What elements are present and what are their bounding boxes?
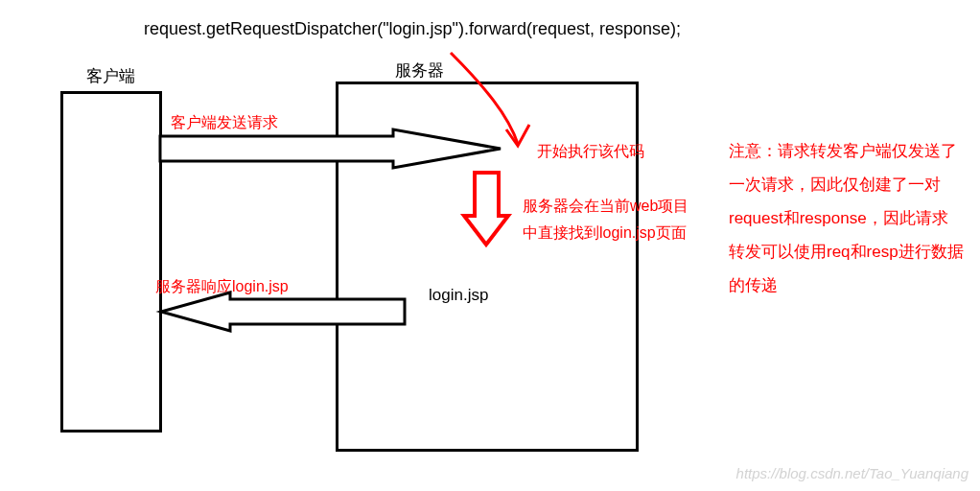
annotation-response: 服务器响应login.jsp [155,277,289,297]
annotation-find-line1: 服务器会在当前web项目 [523,197,688,217]
server-label: 服务器 [395,59,444,82]
code-line: request.getRequestDispatcher("login.jsp"… [144,19,681,39]
annotation-start-exec: 开始执行该代码 [537,142,644,162]
annotation-find-line2: 中直接找到login.jsp页面 [523,223,687,244]
annotation-request-sent: 客户端发送请求 [171,113,278,133]
note-text: 注意：请求转发客户端仅发送了一次请求，因此仅创建了一对request和respo… [729,134,964,302]
login-label: login.jsp [429,286,488,305]
server-box [336,82,639,452]
watermark: https://blog.csdn.net/Tao_Yuanqiang [736,465,968,481]
client-box [60,91,162,433]
client-label: 客户端 [86,65,135,87]
